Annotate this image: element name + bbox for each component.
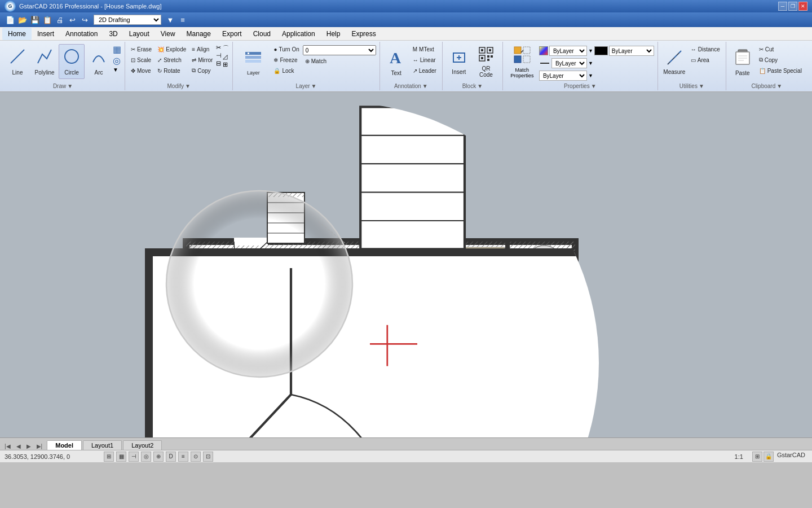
cut-btn[interactable]: ✂Cut bbox=[757, 44, 804, 54]
array-btn[interactable]: ⊞ bbox=[223, 61, 229, 68]
utilities-expand[interactable]: ▼ bbox=[699, 83, 704, 89]
tab-layout[interactable]: Layout bbox=[123, 28, 155, 40]
scale-btn[interactable]: ⊡ Scale bbox=[129, 55, 154, 65]
tab-view[interactable]: View bbox=[155, 28, 181, 40]
annotation-expand[interactable]: ▼ bbox=[422, 83, 428, 89]
color-select[interactable]: ByLayer bbox=[549, 46, 587, 56]
lineweight-select[interactable]: ByLayer bbox=[539, 71, 587, 81]
match-props-btn[interactable]: Match Properties bbox=[506, 44, 538, 79]
workspace-customize[interactable]: ▼ bbox=[165, 14, 176, 25]
mirror-btn[interactable]: ⇌ Mirror bbox=[189, 55, 215, 65]
polyline-btn[interactable]: Polyline bbox=[32, 44, 58, 79]
copy-ribbon-btn[interactable]: ⧉Copy bbox=[757, 55, 804, 65]
layer-on-btn[interactable]: ●Turn On bbox=[271, 44, 301, 54]
layer-match-btn[interactable]: ⊕Match bbox=[303, 56, 376, 66]
qrcode-btn[interactable]: QR Code bbox=[473, 44, 499, 79]
close-btn[interactable]: ✕ bbox=[798, 2, 807, 11]
circle-btn[interactable]: Circle bbox=[59, 44, 85, 79]
align-btn[interactable]: ≡ Align bbox=[189, 44, 215, 54]
stretch-btn[interactable]: ⤢ Stretch bbox=[155, 55, 188, 65]
workspace-select[interactable]: 2D Drafting bbox=[94, 15, 161, 25]
tab-annotation[interactable]: Annotation bbox=[60, 28, 103, 40]
tab-home[interactable]: Home bbox=[2, 28, 32, 40]
mtext-btn[interactable]: MMText bbox=[411, 44, 439, 54]
tab-export[interactable]: Export bbox=[217, 28, 248, 40]
layer-props-btn[interactable]: Layer bbox=[236, 44, 270, 79]
tab-insert[interactable]: Insert bbox=[32, 28, 60, 40]
tab-layout2[interactable]: Layout2 bbox=[123, 440, 162, 450]
saveas-btn[interactable]: 📋 bbox=[42, 14, 53, 25]
chamfer-btn[interactable]: ◿ bbox=[223, 53, 229, 60]
undo-btn[interactable]: ↩ bbox=[67, 14, 78, 25]
active-color-select[interactable]: ByLayer bbox=[609, 46, 654, 56]
draw-expand[interactable]: ▼ bbox=[67, 83, 73, 89]
layer-dropdown[interactable]: 0 bbox=[303, 45, 376, 55]
lineweight-dropdown[interactable]: ▼ bbox=[588, 73, 593, 78]
tab-first-btn[interactable]: |◀ bbox=[2, 443, 13, 450]
block-expand[interactable]: ▼ bbox=[477, 83, 483, 89]
redo-btn[interactable]: ↪ bbox=[79, 14, 90, 25]
tab-help[interactable]: Help bbox=[321, 28, 346, 40]
erase-btn[interactable]: ✂ Erase bbox=[129, 44, 154, 54]
color-dropdown[interactable]: ▼ bbox=[588, 48, 593, 54]
tab-3d[interactable]: 3D bbox=[103, 28, 123, 40]
paste-special-btn[interactable]: 📋Paste Special bbox=[757, 65, 804, 76]
layer-freeze-btn[interactable]: ❄Freeze bbox=[271, 55, 301, 65]
arc-btn[interactable]: Arc bbox=[86, 44, 112, 79]
measure-btn[interactable]: Measure bbox=[661, 44, 687, 79]
linetype-dropdown[interactable]: ▼ bbox=[588, 60, 593, 66]
tab-application[interactable]: Application bbox=[276, 28, 321, 40]
restore-btn[interactable]: ❐ bbox=[788, 2, 797, 11]
modify-expand[interactable]: ▼ bbox=[185, 83, 191, 89]
extend-btn[interactable]: ⊣ bbox=[216, 52, 222, 59]
workspace-icon[interactable]: ⊞ bbox=[752, 452, 762, 462]
quickprop-toggle[interactable]: ⊙ bbox=[191, 452, 201, 462]
canvas-area[interactable]: ⊠ ⊠ ✕ ✕ ✕ ✕ bbox=[0, 92, 812, 437]
fillet-btn[interactable]: ⌒ bbox=[223, 44, 229, 52]
open-btn[interactable]: 📂 bbox=[17, 14, 28, 25]
draw-shapes-btn[interactable]: ◎ bbox=[113, 55, 121, 66]
explode-btn[interactable]: 💥 Explode bbox=[155, 44, 188, 54]
text-btn[interactable]: A Text bbox=[383, 44, 409, 79]
active-color-swatch[interactable] bbox=[594, 46, 608, 55]
tab-next-btn[interactable]: ▶ bbox=[24, 443, 33, 450]
lock-icon[interactable]: 🔒 bbox=[764, 452, 774, 462]
paste-btn[interactable]: Paste bbox=[730, 44, 756, 79]
properties-expand[interactable]: ▼ bbox=[591, 83, 597, 89]
tab-prev-btn[interactable]: ◀ bbox=[14, 443, 23, 450]
snap-toggle[interactable]: ▦ bbox=[116, 452, 126, 462]
tab-last-btn[interactable]: ▶| bbox=[34, 443, 45, 450]
quick-customize[interactable]: ≡ bbox=[177, 14, 188, 25]
draw-dropdown[interactable]: ▼ bbox=[113, 67, 121, 73]
tab-model[interactable]: Model bbox=[47, 440, 82, 450]
tab-express[interactable]: Express bbox=[346, 28, 381, 40]
line-btn[interactable]: Line bbox=[5, 44, 30, 79]
lineweight-toggle[interactable]: ≡ bbox=[178, 452, 188, 462]
osnap-toggle[interactable]: ⊕ bbox=[153, 452, 164, 462]
trim-btn[interactable]: ✂ bbox=[216, 44, 222, 51]
draw-more-btn[interactable]: ▦ bbox=[113, 44, 121, 55]
polar-toggle[interactable]: ◎ bbox=[141, 452, 151, 462]
rotate-btn[interactable]: ↻ Rotate bbox=[155, 65, 188, 76]
minimize-btn[interactable]: ─ bbox=[778, 2, 787, 11]
layer-lock-btn[interactable]: 🔒Lock bbox=[271, 65, 301, 76]
color-multi-swatch[interactable] bbox=[539, 46, 548, 55]
linetype-select[interactable]: ByLayer bbox=[551, 58, 587, 68]
dim-btn[interactable]: ↔Linear bbox=[411, 55, 439, 65]
insert-btn[interactable]: Insert bbox=[446, 44, 472, 79]
clipboard-expand[interactable]: ▼ bbox=[776, 83, 782, 89]
print-btn[interactable]: 🖨 bbox=[54, 14, 65, 25]
dyn-toggle[interactable]: D bbox=[166, 452, 176, 462]
tab-cloud[interactable]: Cloud bbox=[248, 28, 276, 40]
tab-manage[interactable]: Manage bbox=[181, 28, 217, 40]
area-btn[interactable]: ▭Area bbox=[689, 55, 722, 65]
new-btn[interactable]: 📄 bbox=[5, 14, 16, 25]
selection-cycle[interactable]: ⊡ bbox=[203, 452, 213, 462]
title-bar-controls[interactable]: ─ ❐ ✕ bbox=[778, 2, 807, 11]
ortho-toggle[interactable]: ⊣ bbox=[129, 452, 139, 462]
tab-layout1[interactable]: Layout1 bbox=[83, 440, 122, 450]
dist-btn[interactable]: ↔Distance bbox=[689, 44, 722, 54]
layer-expand[interactable]: ▼ bbox=[311, 83, 317, 89]
save-btn[interactable]: 💾 bbox=[29, 14, 41, 25]
grid-toggle[interactable]: ⊞ bbox=[104, 452, 114, 462]
